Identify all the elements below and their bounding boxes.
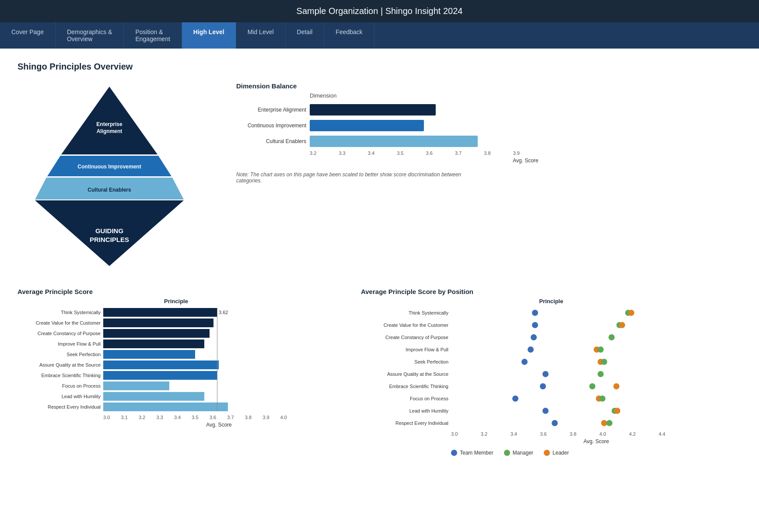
avg-principle-section: Average Principle Score Principle Think …: [17, 288, 335, 456]
avg-principle-pos-section: Average Principle Score by Position Prin…: [361, 288, 742, 456]
nav-feedback[interactable]: Feedback: [324, 22, 374, 49]
pyramid-svg: Enterprise Alignment Continuous Improvem…: [35, 82, 184, 270]
pyramid-ci-label: Continuous Improvement: [77, 164, 141, 170]
dim-bar-wrap-ce: [310, 136, 742, 147]
dim-axis-ticks: 3.23.33.43.53.63.73.83.9: [310, 150, 520, 156]
dot-assure-quality: Assure Quality at the Source: [361, 369, 742, 379]
legend-manager: Manager: [504, 450, 533, 456]
svg-text:Alignment: Alignment: [97, 128, 122, 134]
hbar-respect: Respect Every Individual: [17, 402, 335, 411]
dim-balance-chart: Enterprise Alignment Continuous Improvem…: [236, 104, 742, 164]
dim-label-ci: Continuous Improvement: [236, 122, 306, 129]
dim-row-ea: Enterprise Alignment: [236, 104, 742, 116]
avg-principle-axis-label: Avg. Score: [103, 422, 335, 428]
pyramid-ce-label: Cultural Enablers: [87, 187, 131, 193]
dim-row-ci: Continuous Improvement: [236, 120, 742, 131]
dim-balance-note: Note: The chart axes on this page have b…: [236, 172, 481, 184]
dot-constancy: Create Constancy of Purpose: [361, 332, 742, 342]
hbar-chart-container: Think Systemically 3.62 Create Value for…: [17, 308, 335, 411]
top-row: Enterprise Alignment Continuous Improvem…: [17, 82, 742, 270]
diamond-shape: Enterprise Alignment Continuous Improvem…: [35, 82, 184, 270]
nav-position[interactable]: Position &Engagement: [124, 22, 182, 49]
avg-principle-pos-subtitle: Principle: [361, 298, 742, 304]
page-header: Sample Organization | Shingo Insight 202…: [0, 0, 759, 22]
dot-chart-container: Think Systemically Create Value for the …: [361, 308, 742, 456]
nav-high-level[interactable]: High Level: [182, 22, 236, 49]
dot-process: Focus on Process: [361, 394, 742, 403]
dot-axis-label: Avg. Score: [451, 438, 742, 444]
avg-principle-axis-ticks: 3.03.13.23.33.43.53.63.73.83.94.0: [103, 415, 287, 420]
avg-principle-subtitle: Principle: [17, 298, 335, 304]
dim-row-ce: Cultural Enablers: [236, 136, 742, 147]
dim-label-ea: Enterprise Alignment: [236, 107, 306, 113]
hbar-flow: Improve Flow & Pull: [17, 340, 335, 348]
svg-text:PRINCIPLES: PRINCIPLES: [90, 236, 129, 243]
dot-create-value: Create Value for the Customer: [361, 320, 742, 330]
dot-team: [532, 310, 538, 316]
nav-detail[interactable]: Detail: [286, 22, 325, 49]
avg-principle-pos-title: Average Principle Score by Position: [361, 288, 742, 295]
dim-bar-ea: [310, 104, 436, 116]
svg-marker-0: [61, 87, 157, 154]
dot-scientific: Embrace Scientific Thinking: [361, 382, 742, 391]
section-title: Shingo Principles Overview: [17, 62, 742, 72]
dot-leader: [628, 310, 634, 316]
dim-balance-subtitle: Dimension: [310, 92, 742, 99]
avg-principle-chart: Think Systemically 3.62 Create Value for…: [17, 308, 335, 428]
dim-balance-title: Dimension Balance: [236, 82, 742, 90]
dot-humility: Lead with Humility: [361, 406, 742, 416]
dim-label-ce: Cultural Enablers: [236, 138, 306, 144]
dim-bar-ce: [310, 136, 478, 147]
dot-think-systemically: Think Systemically: [361, 308, 742, 318]
main-content: Shingo Principles Overview Enterprise: [0, 49, 759, 469]
dim-bar-wrap-ci: [310, 120, 742, 131]
hbar-process: Focus on Process: [17, 382, 335, 390]
dim-bar-ci: [310, 120, 424, 131]
hbar-constancy: Create Constancy of Purpose: [17, 329, 335, 338]
report-subtitle: | Shingo Insight 2024: [381, 6, 463, 16]
org-title: Sample Organization: [297, 6, 378, 16]
dot-respect: Respect Every Individual: [361, 418, 742, 428]
hbar-assure-quality: Assure Quality at the Source: [17, 360, 335, 369]
hbar-scientific: Embrace Scientific Thinking: [17, 371, 335, 380]
dot-axis-ticks: 3.03.23.43.63.84.04.24.4: [451, 431, 665, 437]
dimension-balance-section: Dimension Balance Dimension Enterprise A…: [236, 82, 742, 270]
hbar-seek-perfection: Seek Perfection: [17, 350, 335, 359]
dim-bar-wrap-ea: [310, 104, 742, 116]
pyramid-diagram: Enterprise Alignment Continuous Improvem…: [17, 82, 201, 270]
hbar-think-systemically: Think Systemically 3.62: [17, 308, 335, 317]
pyramid-top-label: Enterprise: [96, 121, 122, 127]
pyramid-bottom-label: GUIDING: [95, 227, 123, 234]
dot-flow: Improve Flow & Pull: [361, 345, 742, 354]
nav-demographics[interactable]: Demographics &Overview: [56, 22, 124, 49]
bottom-row: Average Principle Score Principle Think …: [17, 288, 742, 456]
nav-cover-page[interactable]: Cover Page: [0, 22, 56, 49]
legend-team-member: Team Member: [451, 450, 493, 456]
dim-axis-label: Avg. Score: [310, 158, 742, 164]
dot-legend: Team Member Manager Leader: [451, 450, 742, 456]
hbar-create-value: Create Value for the Customer: [17, 318, 335, 327]
hbar-humility: Lead with Humility: [17, 392, 335, 401]
avg-principle-title: Average Principle Score: [17, 288, 335, 295]
legend-leader: Leader: [544, 450, 569, 456]
dot-seek-perfection: Seek Perfection: [361, 357, 742, 367]
nav-mid-level[interactable]: Mid Level: [236, 22, 286, 49]
navigation: Cover Page Demographics &Overview Positi…: [0, 22, 759, 49]
